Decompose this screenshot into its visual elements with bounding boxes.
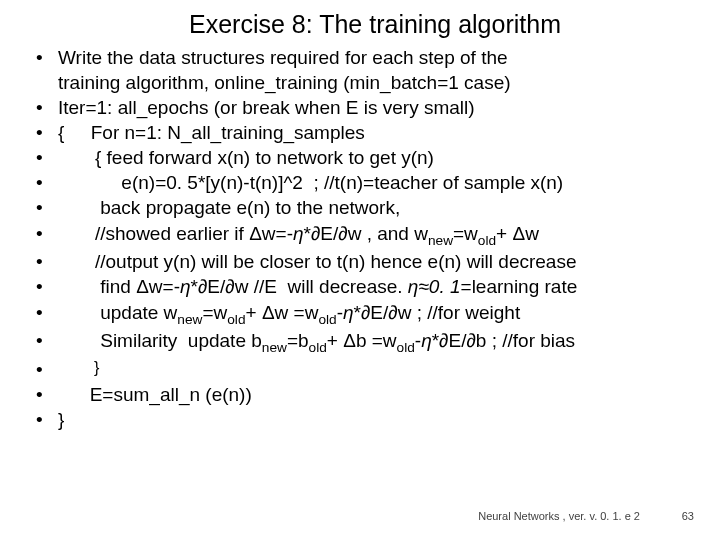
line-text: { feed forward x(n) to network to get y(… bbox=[58, 145, 690, 170]
list-item: • Iter=1: all_epochs (or break when E is… bbox=[30, 95, 690, 120]
slide-title: Exercise 8: The training algorithm bbox=[60, 10, 690, 39]
list-item: training algorithm, online_training (min… bbox=[30, 70, 690, 95]
bullet-dot: • bbox=[30, 95, 58, 120]
page-number: 63 bbox=[682, 510, 694, 522]
list-item: • //output y(n) will be closer to t(n) h… bbox=[30, 249, 690, 274]
bullet-dot: • bbox=[30, 249, 58, 274]
bullet-dot: • bbox=[30, 120, 58, 145]
list-item: • } bbox=[30, 357, 690, 382]
bullet-dot: • bbox=[30, 170, 58, 195]
bullet-dot: • bbox=[30, 274, 58, 299]
line-text: } bbox=[58, 357, 690, 378]
bullet-dot: • bbox=[30, 45, 58, 70]
list-item: • update wnew=wold+ Δw =wold-η*∂E/∂w ; /… bbox=[30, 300, 690, 329]
list-item: • Similarity update bnew=bold+ Δb =wold-… bbox=[30, 328, 690, 357]
line-text: Similarity update bnew=bold+ Δb =wold-η*… bbox=[58, 328, 690, 357]
list-item: • { feed forward x(n) to network to get … bbox=[30, 145, 690, 170]
bullet-dot: • bbox=[30, 195, 58, 220]
list-item: • { For n=1: N_all_training_samples bbox=[30, 120, 690, 145]
bullet-dot: • bbox=[30, 300, 58, 325]
list-item: • E=sum_all_n (e(n)) bbox=[30, 382, 690, 407]
list-item: • Write the data structures required for… bbox=[30, 45, 690, 70]
bullet-dot: • bbox=[30, 221, 58, 246]
line-text: } bbox=[58, 407, 690, 432]
line-text: find Δw=-η*∂E/∂w //E will decrease. η≈0.… bbox=[58, 274, 690, 299]
line-text: e(n)=0. 5*[y(n)-t(n)]^2 ; //t(n)=teacher… bbox=[58, 170, 690, 195]
line-text: { For n=1: N_all_training_samples bbox=[58, 120, 690, 145]
line-text: back propagate e(n) to the network, bbox=[58, 195, 690, 220]
bullet-dot: • bbox=[30, 382, 58, 407]
line-text: training algorithm, online_training (min… bbox=[58, 70, 690, 95]
list-item: • //showed earlier if Δw=-η*∂E/∂w , and … bbox=[30, 221, 690, 250]
footer-note: Neural Networks , ver. v. 0. 1. e 2 bbox=[478, 510, 640, 522]
bullet-dot: • bbox=[30, 145, 58, 170]
bullet-dot: • bbox=[30, 407, 58, 432]
line-text: Write the data structures required for e… bbox=[58, 45, 690, 70]
bullet-dot: • bbox=[30, 328, 58, 353]
line-text: Iter=1: all_epochs (or break when E is v… bbox=[58, 95, 690, 120]
list-item: • e(n)=0. 5*[y(n)-t(n)]^2 ; //t(n)=teach… bbox=[30, 170, 690, 195]
line-text: update wnew=wold+ Δw =wold-η*∂E/∂w ; //f… bbox=[58, 300, 690, 329]
list-item: • } bbox=[30, 407, 690, 432]
line-text: //showed earlier if Δw=-η*∂E/∂w , and wn… bbox=[58, 221, 690, 250]
list-item: • find Δw=-η*∂E/∂w //E will decrease. η≈… bbox=[30, 274, 690, 299]
list-item: • back propagate e(n) to the network, bbox=[30, 195, 690, 220]
line-text: //output y(n) will be closer to t(n) hen… bbox=[58, 249, 690, 274]
line-text: E=sum_all_n (e(n)) bbox=[58, 382, 690, 407]
bullet-dot: • bbox=[30, 357, 58, 382]
slide-body: • Write the data structures required for… bbox=[30, 45, 690, 433]
